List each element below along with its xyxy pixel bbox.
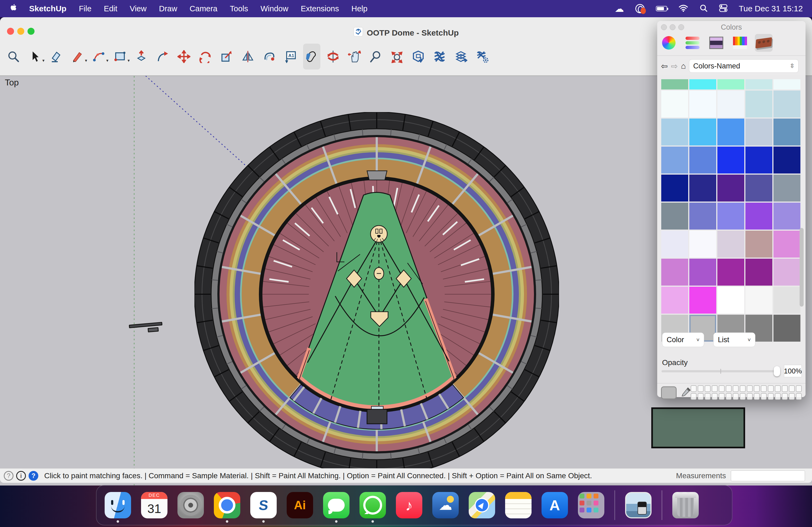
empty-swatch-slot[interactable] xyxy=(782,385,788,392)
color-swatch[interactable] xyxy=(773,259,800,286)
eraser-tool-button[interactable] xyxy=(47,44,65,70)
select-tool-button[interactable]: ▾ xyxy=(26,44,43,70)
help-icon[interactable]: ? xyxy=(29,471,38,481)
empty-swatch-slot[interactable] xyxy=(796,385,802,392)
color-swatch[interactable] xyxy=(773,79,800,89)
color-swatch[interactable] xyxy=(661,259,688,286)
pan-tool-button[interactable] xyxy=(346,44,363,70)
sandbox-scratch-tool-button[interactable] xyxy=(452,44,469,70)
empty-swatch-slot[interactable] xyxy=(761,393,767,400)
empty-swatch-slot[interactable] xyxy=(775,393,781,400)
tab-material-brick[interactable] xyxy=(755,34,773,52)
empty-swatch-slot[interactable] xyxy=(747,393,753,400)
empty-swatch-slot[interactable] xyxy=(740,393,746,400)
get-models-tool-button[interactable] xyxy=(410,44,427,70)
credits-icon[interactable]: i xyxy=(16,471,26,481)
menu-bar-clock[interactable]: Tue Dec 31 15:12 xyxy=(739,4,803,13)
green-material-rectangle[interactable] xyxy=(651,407,745,448)
home-plate-circle[interactable] xyxy=(371,226,387,242)
empty-swatch-slot[interactable] xyxy=(733,393,739,400)
settings-icon[interactable] xyxy=(177,492,204,518)
color-swatch[interactable] xyxy=(689,79,716,89)
geolocation-icon[interactable]: ? xyxy=(4,471,14,481)
color-swatch[interactable] xyxy=(745,259,772,286)
forward-arrow-icon[interactable]: ⇨ xyxy=(671,61,678,71)
color-swatch[interactable] xyxy=(717,287,744,314)
empty-swatch-slot[interactable] xyxy=(719,393,725,400)
empty-swatch-slot[interactable] xyxy=(726,393,731,400)
color-swatch[interactable] xyxy=(773,119,800,146)
color-swatch[interactable] xyxy=(689,175,716,201)
color-swatch[interactable] xyxy=(661,231,688,258)
dock-item-trash[interactable] xyxy=(672,492,699,518)
color-swatch[interactable] xyxy=(717,175,744,201)
search-icon[interactable] xyxy=(699,4,708,13)
dock-item-launchpad[interactable] xyxy=(578,492,604,518)
notes-icon[interactable] xyxy=(505,492,532,518)
wifi-icon[interactable] xyxy=(679,4,688,13)
menu-item-camera[interactable]: Camera xyxy=(190,4,217,13)
line-tool-button[interactable]: ▾ xyxy=(69,44,86,70)
color-swatch[interactable] xyxy=(745,202,772,229)
stadium-model[interactable] xyxy=(194,112,559,476)
dock-item-messages[interactable] xyxy=(323,492,349,518)
control-center-icon[interactable] xyxy=(719,4,728,13)
color-swatch[interactable] xyxy=(717,147,744,174)
menu-item-edit[interactable]: Edit xyxy=(104,4,117,13)
dock-item-calendar[interactable]: DEC31 xyxy=(141,492,168,518)
color-swatch[interactable] xyxy=(773,147,800,174)
dock-item-sketchup[interactable]: S xyxy=(250,492,277,518)
colors-panel[interactable]: Colors ⇦ ⇨ ⌂ Colors-Named ⇳ Color ˅ List… xyxy=(657,21,806,397)
empty-swatch-slot[interactable] xyxy=(712,393,717,400)
empty-swatch-slot[interactable] xyxy=(705,393,711,400)
sketchup-icon[interactable]: S xyxy=(250,492,277,518)
calendar-icon[interactable]: DEC31 xyxy=(141,492,168,518)
empty-swatch-slot[interactable] xyxy=(768,385,774,392)
menu-item-draw[interactable]: Draw xyxy=(159,4,177,13)
empty-swatch-slot[interactable] xyxy=(712,385,717,392)
rotate-tool-button[interactable] xyxy=(197,44,214,70)
paint-bucket-tool-button[interactable] xyxy=(303,44,320,70)
push-pull-tool-button[interactable] xyxy=(133,44,150,70)
dock-item-music[interactable]: ♪ xyxy=(396,492,422,518)
color-swatch[interactable] xyxy=(689,259,716,286)
text-tool-button[interactable]: A1 xyxy=(282,44,299,70)
swatch-scrollbar[interactable] xyxy=(800,228,803,306)
empty-swatch-slot[interactable] xyxy=(740,385,746,392)
current-color-well[interactable] xyxy=(661,386,677,399)
app-badge-icon[interactable] xyxy=(635,4,644,13)
dock-item-notes[interactable] xyxy=(505,492,532,518)
apple-menu-icon[interactable] xyxy=(10,4,17,14)
color-swatch[interactable] xyxy=(745,147,772,174)
empty-swatch-slot[interactable] xyxy=(775,385,781,392)
launchpad-icon[interactable] xyxy=(578,492,604,518)
color-swatch[interactable] xyxy=(773,91,800,118)
maps-icon[interactable] xyxy=(469,492,495,518)
empty-swatch-slot[interactable] xyxy=(768,393,774,400)
cloud-icon[interactable]: ☁ xyxy=(615,3,624,14)
scale-tool-button[interactable] xyxy=(218,44,235,70)
color-swatch[interactable] xyxy=(689,91,716,118)
color-swatch[interactable] xyxy=(717,259,744,286)
chrome-icon[interactable] xyxy=(214,492,240,518)
weather-icon[interactable]: ☁ xyxy=(432,492,459,518)
empty-swatch-slot[interactable] xyxy=(726,385,731,392)
tab-pencils[interactable] xyxy=(731,34,749,52)
color-swatch[interactable] xyxy=(745,91,772,118)
active-app-name[interactable]: SketchUp xyxy=(29,4,66,13)
color-swatch[interactable] xyxy=(689,231,716,258)
zoom-tool-button[interactable] xyxy=(367,44,384,70)
color-swatch[interactable] xyxy=(661,175,688,201)
dock-item-appstore[interactable]: A xyxy=(541,492,568,518)
music-icon[interactable]: ♪ xyxy=(396,492,422,518)
empty-swatch-slot[interactable] xyxy=(789,385,795,392)
flip-tool-button[interactable] xyxy=(239,44,257,70)
empty-swatch-slot[interactable] xyxy=(754,385,760,392)
color-swatch[interactable] xyxy=(661,202,688,229)
trash-icon[interactable] xyxy=(672,492,699,518)
dock-item-settings[interactable] xyxy=(177,492,204,518)
orbit-tool-button[interactable] xyxy=(324,44,342,70)
color-swatch[interactable] xyxy=(689,147,716,174)
floating-roof-tab[interactable] xyxy=(147,327,159,332)
color-swatch[interactable] xyxy=(745,119,772,146)
